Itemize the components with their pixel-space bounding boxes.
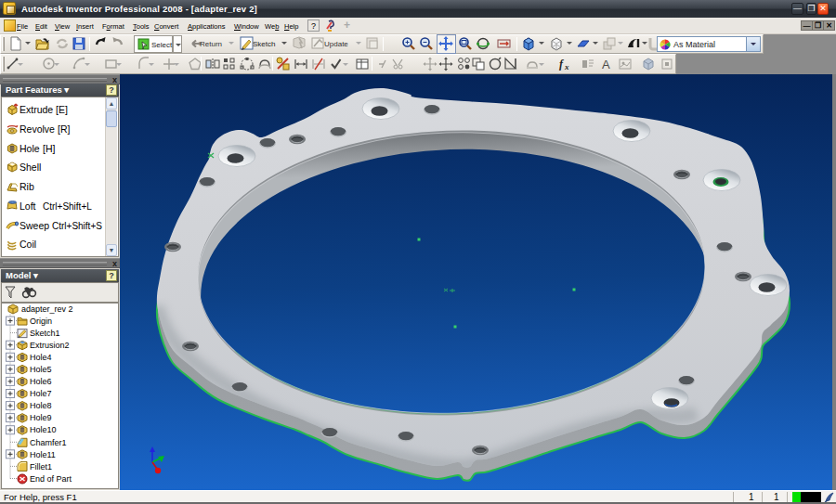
svg-text:End of Part: End of Part (30, 474, 72, 484)
svg-text:Sweep: Sweep (20, 220, 49, 231)
svg-text:Coil: Coil (20, 239, 36, 250)
svg-text:Hole4: Hole4 (30, 353, 52, 362)
svg-text:Extrusion2: Extrusion2 (30, 341, 70, 350)
svg-text:Hole7: Hole7 (30, 389, 52, 398)
svg-text:[H]: [H] (43, 143, 56, 154)
svg-text:Revolve: Revolve (20, 123, 55, 135)
svg-text:Ctrl+Shift+L: Ctrl+Shift+L (43, 201, 92, 212)
svg-text:Hole5: Hole5 (30, 365, 52, 374)
svg-text:Origin: Origin (30, 317, 52, 326)
svg-text:Hole8: Hole8 (30, 401, 52, 410)
svg-text:Ctrl+Shift+S: Ctrl+Shift+S (52, 221, 102, 231)
svg-text:[R]: [R] (58, 123, 71, 135)
svg-text:Hole10: Hole10 (30, 425, 57, 434)
svg-text:adapter_rev 2: adapter_rev 2 (21, 304, 73, 314)
svg-text:f: f (559, 58, 564, 71)
svg-text:[E]: [E] (56, 104, 68, 115)
svg-text:Extrude: Extrude (20, 104, 53, 115)
svg-text:Shell: Shell (20, 162, 41, 173)
svg-text:Rib: Rib (20, 181, 34, 192)
svg-text:Sketch1: Sketch1 (30, 329, 60, 338)
svg-text:x: x (564, 62, 569, 71)
svg-text:Loft: Loft (20, 200, 36, 212)
svg-text:Hole6: Hole6 (30, 377, 52, 386)
svg-text:Chamfer1: Chamfer1 (30, 438, 67, 447)
svg-text:Hole: Hole (20, 143, 40, 154)
svg-text:A: A (602, 58, 610, 71)
svg-text:Hole11: Hole11 (30, 450, 56, 459)
svg-text:Fillet1: Fillet1 (30, 462, 52, 472)
svg-text:Hole9: Hole9 (30, 413, 52, 422)
